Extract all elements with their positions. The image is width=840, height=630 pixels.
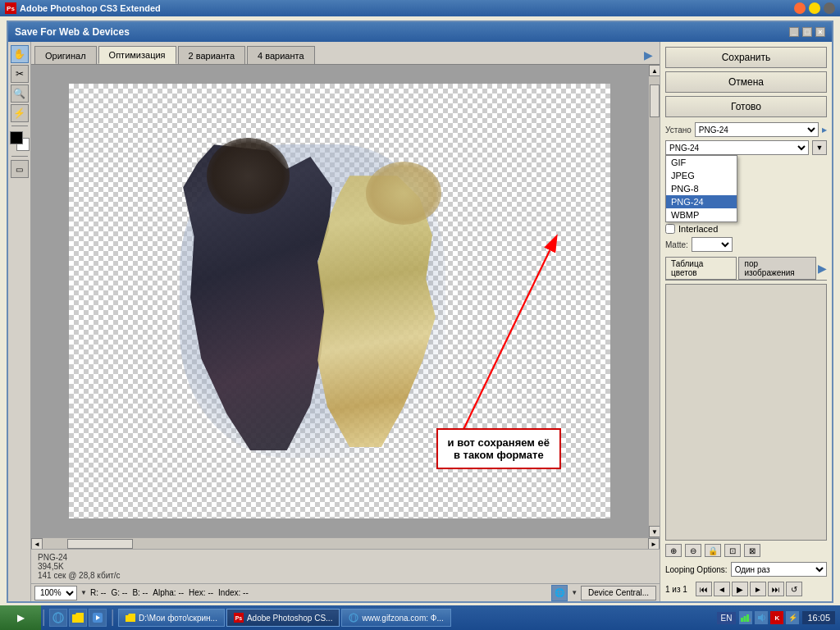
h-scroll-left-btn[interactable]: ◄ bbox=[31, 538, 43, 550]
tab-optimized[interactable]: Оптимизация bbox=[98, 46, 176, 64]
preset-label: Устано bbox=[665, 126, 692, 135]
tab-2up[interactable]: 2 варианта bbox=[178, 46, 246, 64]
male-head bbox=[207, 138, 290, 214]
ct-snap-btn[interactable]: ⊡ bbox=[724, 544, 741, 557]
save-for-web-dialog: Save For Web & Devices _ □ × ✋ ✂ 🔍 ⚡ bbox=[7, 21, 833, 603]
dropdown-arrow-globe: ▼ bbox=[571, 589, 578, 596]
scroll-up-btn[interactable]: ▲ bbox=[649, 65, 660, 76]
canvas-with-scrollbar: и вот сохраняем её в таком формате bbox=[31, 65, 660, 537]
color-table-arrow[interactable]: ▶ bbox=[818, 262, 827, 275]
anim-last-btn[interactable]: ⏭ bbox=[768, 582, 784, 596]
scroll-down-btn[interactable]: ▼ bbox=[649, 526, 660, 537]
close-btn[interactable] bbox=[824, 2, 835, 14]
female-head bbox=[366, 162, 441, 224]
canvas-area: и вот сохраняем её в таком формате bbox=[31, 65, 648, 537]
interlaced-checkbox[interactable] bbox=[665, 224, 675, 234]
tab-original[interactable]: Оригинал bbox=[34, 46, 97, 64]
looping-row: Looping Options: Один раз bbox=[665, 562, 827, 577]
quick-launch bbox=[46, 609, 110, 627]
svg-rect-10 bbox=[746, 614, 749, 622]
format-dropdown-btn[interactable]: ▼ bbox=[812, 140, 827, 155]
ql-ie-btn[interactable] bbox=[49, 609, 67, 627]
format-select-container: PNG-24 ▼ GIF JPEG PNG-8 PNG-24 WBMP bbox=[665, 140, 827, 155]
dialog-close[interactable]: × bbox=[815, 27, 825, 37]
dropdown-gif[interactable]: GIF bbox=[666, 156, 737, 169]
globe-btn[interactable]: 🌐 bbox=[551, 585, 568, 601]
save-button[interactable]: Сохранить bbox=[665, 47, 827, 68]
cancel-button[interactable]: Отмена bbox=[665, 71, 827, 93]
fg-color-box[interactable] bbox=[10, 131, 23, 144]
h-scroll-right-btn[interactable]: ► bbox=[648, 538, 660, 550]
minimize-btn[interactable] bbox=[794, 2, 806, 14]
dialog-body: ✋ ✂ 🔍 ⚡ ▭ Оригинал Оптимизация 2 вариан bbox=[8, 42, 832, 601]
language-indicator[interactable]: EN bbox=[717, 612, 737, 624]
scroll-thumb[interactable] bbox=[650, 84, 660, 117]
taskbar-item-photoshop[interactable]: Ps Adobe Photoshop CS... bbox=[226, 609, 340, 627]
canvas-container: и вот сохраняем её в таком формате bbox=[69, 84, 610, 518]
svg-marker-12 bbox=[758, 614, 763, 622]
slice-select-tool[interactable]: ▭ bbox=[11, 160, 29, 178]
ps-window: Ps Adobe Photoshop CS3 Extended Save For… bbox=[0, 0, 840, 605]
scroll-track[interactable] bbox=[649, 76, 660, 526]
canvas-section: и вот сохраняем её в таком формате bbox=[31, 65, 660, 549]
network-icon bbox=[739, 611, 752, 624]
b-label: B: -- bbox=[132, 588, 148, 597]
color-info: R: -- G: -- B: -- Alpha: -- Hex: -- Inde… bbox=[90, 588, 548, 597]
anim-first-btn[interactable]: ⏮ bbox=[696, 582, 712, 596]
start-button[interactable]: ▶ bbox=[0, 605, 41, 630]
anim-play-btn[interactable]: ▶ bbox=[732, 582, 748, 596]
ct-lock-btn[interactable]: 🔒 bbox=[705, 544, 721, 557]
ct-delete-btn[interactable]: ⊖ bbox=[685, 544, 701, 557]
taskbar-items: D:\Мои фото\скрин... Ps Adobe Photoshop … bbox=[115, 609, 712, 627]
tab-arrow[interactable]: ▶ bbox=[644, 46, 653, 64]
taskbar-item-browser[interactable]: www.gifzona.com: Ф... bbox=[341, 609, 450, 627]
done-button[interactable]: Готово bbox=[665, 96, 827, 117]
image-info-bar: PNG-24 394,5K 141 сек @ 28,8 кбит/с bbox=[31, 549, 660, 583]
dialog-minimize[interactable]: _ bbox=[789, 27, 799, 37]
eyedropper-tool[interactable]: ⚡ bbox=[11, 104, 29, 122]
looping-select[interactable]: Один раз bbox=[731, 562, 827, 577]
anim-next-btn[interactable]: ► bbox=[750, 582, 766, 596]
format-select[interactable]: PNG-24 bbox=[665, 140, 809, 155]
anim-loop-btn[interactable]: ↺ bbox=[786, 582, 802, 596]
image-size-tab[interactable]: пор изображения bbox=[738, 257, 816, 280]
ct-web-btn[interactable]: ⊠ bbox=[744, 544, 760, 557]
ql-folder-btn[interactable] bbox=[69, 609, 87, 627]
h-scroll-track[interactable] bbox=[43, 538, 648, 549]
device-central-button[interactable]: Device Central... bbox=[581, 586, 656, 600]
ql-media-btn[interactable] bbox=[89, 609, 107, 627]
dialog-maximize[interactable]: □ bbox=[802, 27, 812, 37]
hand-tool[interactable]: ✋ bbox=[11, 45, 29, 63]
zoom-tool[interactable]: 🔍 bbox=[11, 84, 29, 103]
dropdown-png24[interactable]: PNG-24 bbox=[666, 195, 737, 208]
bottom-toolbar: 100% ▼ R: -- G: -- B: -- Alpha: -- Hex: … bbox=[31, 583, 660, 601]
quick-launch-sep bbox=[43, 609, 44, 626]
action-buttons: Сохранить Отмена Готово bbox=[665, 47, 827, 117]
color-table-tab[interactable]: Таблица цветов bbox=[665, 257, 737, 280]
matte-label: Matte: bbox=[665, 240, 688, 249]
frame-info: 1 из 1 bbox=[665, 585, 694, 594]
preset-select[interactable]: PNG-24 bbox=[695, 122, 819, 137]
clock: 16:05 bbox=[802, 611, 835, 624]
svg-point-6 bbox=[349, 614, 358, 622]
matte-select[interactable] bbox=[692, 237, 733, 252]
right-panel: Сохранить Отмена Готово Устано PNG-24 ▶ bbox=[660, 42, 832, 601]
dropdown-wbmp[interactable]: WBMP bbox=[666, 208, 737, 221]
image-format: PNG-24 bbox=[38, 553, 653, 562]
tool-separator-2 bbox=[11, 156, 28, 157]
maximize-btn[interactable] bbox=[809, 2, 820, 14]
dropdown-jpeg[interactable]: JPEG bbox=[666, 169, 737, 182]
color-table-header: Таблица цветов пор изображения ▶ bbox=[665, 257, 827, 281]
zoom-select[interactable]: 100% bbox=[34, 586, 77, 600]
preset-arrow[interactable]: ▶ bbox=[822, 126, 827, 134]
tab-4up[interactable]: 4 варианта bbox=[247, 46, 315, 64]
tabs-bar: Оригинал Оптимизация 2 варианта 4 вариан… bbox=[31, 42, 660, 65]
slice-tool[interactable]: ✂ bbox=[11, 65, 29, 83]
interlaced-label: Interlaced bbox=[678, 224, 718, 234]
dropdown-png8[interactable]: PNG-8 bbox=[666, 182, 737, 195]
ct-add-btn[interactable]: ⊕ bbox=[665, 544, 682, 557]
preset-row: Устано PNG-24 ▶ bbox=[665, 122, 827, 137]
taskbar-item-folder[interactable]: D:\Мои фото\скрин... bbox=[118, 609, 225, 627]
h-scroll-thumb[interactable] bbox=[67, 539, 133, 549]
anim-prev-btn[interactable]: ◄ bbox=[714, 582, 730, 596]
